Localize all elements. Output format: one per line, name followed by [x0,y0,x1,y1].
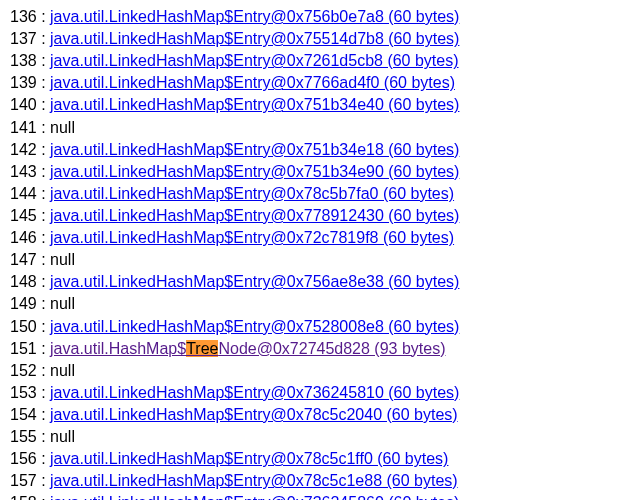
entry-index: 138 [10,52,37,69]
heap-entry-link[interactable]: java.util.LinkedHashMap$Entry@0x78c5c204… [50,406,458,423]
treenode-suffix: Node@0x72745d828 (93 bytes) [218,340,445,357]
index-separator: : [37,295,50,312]
index-separator: : [37,8,50,25]
entry-index: 156 [10,450,37,467]
heap-entry-row: 147 : null [10,249,630,270]
entry-index: 141 [10,119,37,136]
heap-entry-row: 141 : null [10,117,630,138]
entry-index: 153 [10,384,37,401]
entry-index: 146 [10,229,37,246]
heap-entry-row: 140 : java.util.LinkedHashMap$Entry@0x75… [10,94,630,115]
null-value: null [50,251,75,268]
entry-index: 148 [10,273,37,290]
entry-index: 142 [10,141,37,158]
index-separator: : [37,30,50,47]
entry-index: 140 [10,96,37,113]
index-separator: : [37,273,50,290]
index-separator: : [37,406,50,423]
heap-entry-row: 144 : java.util.LinkedHashMap$Entry@0x78… [10,183,630,204]
heap-entry-link[interactable]: java.util.LinkedHashMap$Entry@0x77891243… [50,207,459,224]
index-separator: : [37,450,50,467]
heap-entry-row: 157 : java.util.LinkedHashMap$Entry@0x78… [10,470,630,491]
index-separator: : [37,74,50,91]
heap-entry-link[interactable]: java.util.LinkedHashMap$Entry@0x73624581… [50,384,459,401]
null-value: null [50,428,75,445]
entry-index: 136 [10,8,37,25]
entry-index: 147 [10,251,37,268]
heap-entry-row: 142 : java.util.LinkedHashMap$Entry@0x75… [10,139,630,160]
index-separator: : [37,141,50,158]
null-value: null [50,119,75,136]
heap-entry-row: 137 : java.util.LinkedHashMap$Entry@0x75… [10,28,630,49]
index-separator: : [37,207,50,224]
heap-entry-row: 149 : null [10,293,630,314]
entry-index: 152 [10,362,37,379]
heap-entry-link[interactable]: java.util.LinkedHashMap$Entry@0x78c5c1ff… [50,450,448,467]
entry-index: 157 [10,472,37,489]
heap-entry-row: 152 : null [10,360,630,381]
heap-entry-row: 151 : java.util.HashMap$TreeNode@0x72745… [10,338,630,359]
entry-index: 150 [10,318,37,335]
heap-entry-row: 146 : java.util.LinkedHashMap$Entry@0x72… [10,227,630,248]
heap-entry-link[interactable]: java.util.LinkedHashMap$Entry@0x756b0e7a… [50,8,459,25]
index-separator: : [37,340,50,357]
index-separator: : [37,119,50,136]
heap-entry-row: 148 : java.util.LinkedHashMap$Entry@0x75… [10,271,630,292]
entry-index: 155 [10,428,37,445]
heap-entry-link[interactable]: java.util.LinkedHashMap$Entry@0x751b34e1… [50,141,459,158]
heap-entry-link[interactable]: java.util.LinkedHashMap$Entry@0x7528008e… [50,318,459,335]
heap-entry-row: 158 : java.util.LinkedHashMap$Entry@0x73… [10,492,630,500]
index-separator: : [37,185,50,202]
heap-entry-link[interactable]: java.util.LinkedHashMap$Entry@0x756ae8e3… [50,273,459,290]
heap-entry-link[interactable]: java.util.LinkedHashMap$Entry@0x751b34e9… [50,163,459,180]
heap-entry-link[interactable]: java.util.LinkedHashMap$Entry@0x73624586… [50,494,459,500]
index-separator: : [37,163,50,180]
entry-index: 149 [10,295,37,312]
index-separator: : [37,494,50,500]
heap-treenode-link[interactable]: java.util.HashMap$TreeNode@0x72745d828 (… [50,340,445,357]
heap-entry-row: 153 : java.util.LinkedHashMap$Entry@0x73… [10,382,630,403]
heap-entry-row: 143 : java.util.LinkedHashMap$Entry@0x75… [10,161,630,182]
index-separator: : [37,362,50,379]
index-separator: : [37,229,50,246]
heap-entry-row: 139 : java.util.LinkedHashMap$Entry@0x77… [10,72,630,93]
highlight-word: Tree [186,340,218,357]
heap-entry-link[interactable]: java.util.LinkedHashMap$Entry@0x751b34e4… [50,96,459,113]
entry-index: 144 [10,185,37,202]
heap-entry-list: 136 : java.util.LinkedHashMap$Entry@0x75… [10,6,630,500]
treenode-prefix: java.util.HashMap$ [50,340,186,357]
heap-entry-link[interactable]: java.util.LinkedHashMap$Entry@0x7261d5cb… [50,52,458,69]
heap-entry-link[interactable]: java.util.LinkedHashMap$Entry@0x78c5c1e8… [50,472,458,489]
index-separator: : [37,428,50,445]
index-separator: : [37,251,50,268]
heap-entry-row: 154 : java.util.LinkedHashMap$Entry@0x78… [10,404,630,425]
heap-entry-row: 145 : java.util.LinkedHashMap$Entry@0x77… [10,205,630,226]
entry-index: 145 [10,207,37,224]
index-separator: : [37,472,50,489]
index-separator: : [37,52,50,69]
null-value: null [50,295,75,312]
heap-entry-link[interactable]: java.util.LinkedHashMap$Entry@0x7766ad4f… [50,74,455,91]
entry-index: 158 [10,494,37,500]
null-value: null [50,362,75,379]
index-separator: : [37,384,50,401]
heap-entry-row: 138 : java.util.LinkedHashMap$Entry@0x72… [10,50,630,71]
entry-index: 137 [10,30,37,47]
index-separator: : [37,96,50,113]
heap-entry-link[interactable]: java.util.LinkedHashMap$Entry@0x75514d7b… [50,30,459,47]
heap-entry-row: 136 : java.util.LinkedHashMap$Entry@0x75… [10,6,630,27]
heap-entry-row: 150 : java.util.LinkedHashMap$Entry@0x75… [10,316,630,337]
heap-entry-link[interactable]: java.util.LinkedHashMap$Entry@0x72c7819f… [50,229,454,246]
heap-entry-row: 155 : null [10,426,630,447]
entry-index: 151 [10,340,37,357]
heap-entry-row: 156 : java.util.LinkedHashMap$Entry@0x78… [10,448,630,469]
entry-index: 154 [10,406,37,423]
entry-index: 143 [10,163,37,180]
entry-index: 139 [10,74,37,91]
index-separator: : [37,318,50,335]
heap-entry-link[interactable]: java.util.LinkedHashMap$Entry@0x78c5b7fa… [50,185,454,202]
